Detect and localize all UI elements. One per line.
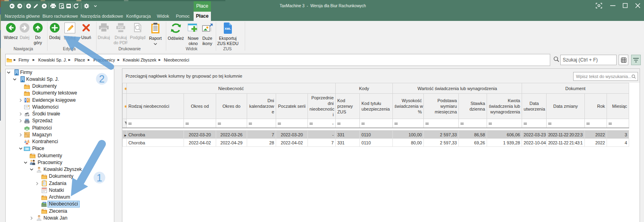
svg-text:2: 2 — [99, 73, 105, 84]
svg-text:1: 1 — [97, 172, 102, 183]
